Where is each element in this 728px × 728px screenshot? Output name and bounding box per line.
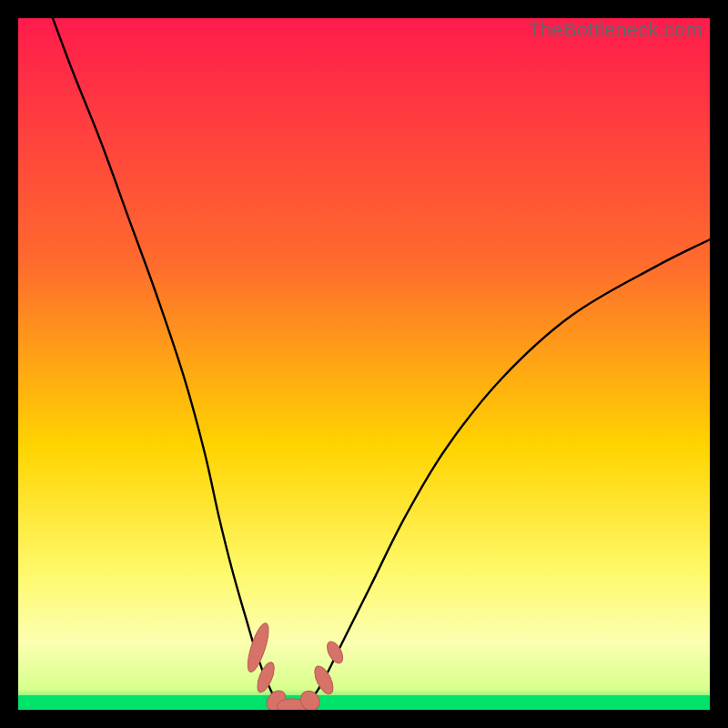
gradient-bg [18,18,710,710]
green-baseline [18,695,710,710]
watermark-text: TheBottleneck.com [528,18,703,42]
chart-frame: TheBottleneck.com [18,18,710,710]
bottleneck-chart [18,18,710,710]
